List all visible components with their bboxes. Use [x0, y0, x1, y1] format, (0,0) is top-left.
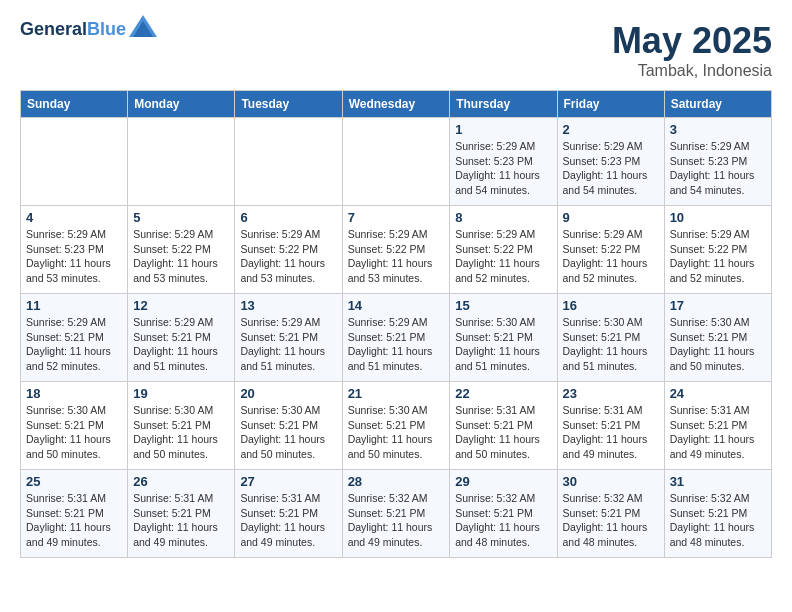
calendar-cell: 29Sunrise: 5:32 AM Sunset: 5:21 PM Dayli…	[450, 470, 557, 558]
day-info: Sunrise: 5:30 AM Sunset: 5:21 PM Dayligh…	[563, 315, 659, 374]
day-number: 8	[455, 210, 551, 225]
day-number: 20	[240, 386, 336, 401]
calendar-cell: 30Sunrise: 5:32 AM Sunset: 5:21 PM Dayli…	[557, 470, 664, 558]
day-number: 24	[670, 386, 766, 401]
day-info: Sunrise: 5:32 AM Sunset: 5:21 PM Dayligh…	[455, 491, 551, 550]
calendar-table: SundayMondayTuesdayWednesdayThursdayFrid…	[20, 90, 772, 558]
day-number: 2	[563, 122, 659, 137]
calendar-cell: 10Sunrise: 5:29 AM Sunset: 5:22 PM Dayli…	[664, 206, 771, 294]
day-number: 13	[240, 298, 336, 313]
day-info: Sunrise: 5:30 AM Sunset: 5:21 PM Dayligh…	[133, 403, 229, 462]
calendar-cell: 7Sunrise: 5:29 AM Sunset: 5:22 PM Daylig…	[342, 206, 450, 294]
calendar-cell: 21Sunrise: 5:30 AM Sunset: 5:21 PM Dayli…	[342, 382, 450, 470]
calendar-cell: 14Sunrise: 5:29 AM Sunset: 5:21 PM Dayli…	[342, 294, 450, 382]
calendar-cell	[235, 118, 342, 206]
calendar-cell: 22Sunrise: 5:31 AM Sunset: 5:21 PM Dayli…	[450, 382, 557, 470]
calendar-cell: 15Sunrise: 5:30 AM Sunset: 5:21 PM Dayli…	[450, 294, 557, 382]
calendar-cell: 20Sunrise: 5:30 AM Sunset: 5:21 PM Dayli…	[235, 382, 342, 470]
calendar-cell: 26Sunrise: 5:31 AM Sunset: 5:21 PM Dayli…	[128, 470, 235, 558]
day-info: Sunrise: 5:29 AM Sunset: 5:23 PM Dayligh…	[670, 139, 766, 198]
header-wednesday: Wednesday	[342, 91, 450, 118]
calendar-cell: 16Sunrise: 5:30 AM Sunset: 5:21 PM Dayli…	[557, 294, 664, 382]
week-row: 1Sunrise: 5:29 AM Sunset: 5:23 PM Daylig…	[21, 118, 772, 206]
day-number: 27	[240, 474, 336, 489]
calendar-cell: 4Sunrise: 5:29 AM Sunset: 5:23 PM Daylig…	[21, 206, 128, 294]
week-row: 25Sunrise: 5:31 AM Sunset: 5:21 PM Dayli…	[21, 470, 772, 558]
month-title: May 2025	[612, 20, 772, 62]
day-number: 26	[133, 474, 229, 489]
calendar-cell: 6Sunrise: 5:29 AM Sunset: 5:22 PM Daylig…	[235, 206, 342, 294]
day-info: Sunrise: 5:29 AM Sunset: 5:22 PM Dayligh…	[455, 227, 551, 286]
calendar-cell: 27Sunrise: 5:31 AM Sunset: 5:21 PM Dayli…	[235, 470, 342, 558]
calendar-cell: 2Sunrise: 5:29 AM Sunset: 5:23 PM Daylig…	[557, 118, 664, 206]
day-info: Sunrise: 5:29 AM Sunset: 5:21 PM Dayligh…	[133, 315, 229, 374]
calendar-cell: 28Sunrise: 5:32 AM Sunset: 5:21 PM Dayli…	[342, 470, 450, 558]
day-info: Sunrise: 5:31 AM Sunset: 5:21 PM Dayligh…	[240, 491, 336, 550]
calendar-cell: 12Sunrise: 5:29 AM Sunset: 5:21 PM Dayli…	[128, 294, 235, 382]
calendar-cell: 25Sunrise: 5:31 AM Sunset: 5:21 PM Dayli…	[21, 470, 128, 558]
day-info: Sunrise: 5:31 AM Sunset: 5:21 PM Dayligh…	[26, 491, 122, 550]
day-info: Sunrise: 5:31 AM Sunset: 5:21 PM Dayligh…	[133, 491, 229, 550]
day-info: Sunrise: 5:29 AM Sunset: 5:22 PM Dayligh…	[133, 227, 229, 286]
day-number: 16	[563, 298, 659, 313]
title-block: May 2025 Tambak, Indonesia	[612, 20, 772, 80]
calendar-cell	[342, 118, 450, 206]
page-header: GeneralBlue May 2025 Tambak, Indonesia	[20, 20, 772, 80]
day-number: 10	[670, 210, 766, 225]
day-number: 19	[133, 386, 229, 401]
day-number: 5	[133, 210, 229, 225]
day-number: 1	[455, 122, 551, 137]
day-number: 9	[563, 210, 659, 225]
header-sunday: Sunday	[21, 91, 128, 118]
day-number: 15	[455, 298, 551, 313]
day-info: Sunrise: 5:31 AM Sunset: 5:21 PM Dayligh…	[455, 403, 551, 462]
calendar-cell: 8Sunrise: 5:29 AM Sunset: 5:22 PM Daylig…	[450, 206, 557, 294]
logo: GeneralBlue	[20, 20, 157, 40]
calendar-cell: 31Sunrise: 5:32 AM Sunset: 5:21 PM Dayli…	[664, 470, 771, 558]
calendar-cell: 18Sunrise: 5:30 AM Sunset: 5:21 PM Dayli…	[21, 382, 128, 470]
day-number: 4	[26, 210, 122, 225]
day-info: Sunrise: 5:30 AM Sunset: 5:21 PM Dayligh…	[26, 403, 122, 462]
day-info: Sunrise: 5:29 AM Sunset: 5:21 PM Dayligh…	[348, 315, 445, 374]
calendar-cell: 17Sunrise: 5:30 AM Sunset: 5:21 PM Dayli…	[664, 294, 771, 382]
header-monday: Monday	[128, 91, 235, 118]
day-number: 28	[348, 474, 445, 489]
week-row: 11Sunrise: 5:29 AM Sunset: 5:21 PM Dayli…	[21, 294, 772, 382]
day-number: 3	[670, 122, 766, 137]
week-row: 18Sunrise: 5:30 AM Sunset: 5:21 PM Dayli…	[21, 382, 772, 470]
day-number: 17	[670, 298, 766, 313]
day-info: Sunrise: 5:30 AM Sunset: 5:21 PM Dayligh…	[348, 403, 445, 462]
day-info: Sunrise: 5:32 AM Sunset: 5:21 PM Dayligh…	[563, 491, 659, 550]
day-info: Sunrise: 5:29 AM Sunset: 5:22 PM Dayligh…	[670, 227, 766, 286]
calendar-cell: 9Sunrise: 5:29 AM Sunset: 5:22 PM Daylig…	[557, 206, 664, 294]
day-number: 7	[348, 210, 445, 225]
calendar-cell: 11Sunrise: 5:29 AM Sunset: 5:21 PM Dayli…	[21, 294, 128, 382]
day-number: 22	[455, 386, 551, 401]
day-info: Sunrise: 5:30 AM Sunset: 5:21 PM Dayligh…	[240, 403, 336, 462]
logo-icon	[129, 15, 157, 37]
day-number: 25	[26, 474, 122, 489]
day-info: Sunrise: 5:29 AM Sunset: 5:23 PM Dayligh…	[455, 139, 551, 198]
day-info: Sunrise: 5:30 AM Sunset: 5:21 PM Dayligh…	[670, 315, 766, 374]
day-info: Sunrise: 5:29 AM Sunset: 5:22 PM Dayligh…	[240, 227, 336, 286]
calendar-cell: 1Sunrise: 5:29 AM Sunset: 5:23 PM Daylig…	[450, 118, 557, 206]
calendar-cell: 23Sunrise: 5:31 AM Sunset: 5:21 PM Dayli…	[557, 382, 664, 470]
day-number: 11	[26, 298, 122, 313]
day-info: Sunrise: 5:32 AM Sunset: 5:21 PM Dayligh…	[348, 491, 445, 550]
day-info: Sunrise: 5:29 AM Sunset: 5:21 PM Dayligh…	[26, 315, 122, 374]
header-row: SundayMondayTuesdayWednesdayThursdayFrid…	[21, 91, 772, 118]
day-info: Sunrise: 5:29 AM Sunset: 5:23 PM Dayligh…	[563, 139, 659, 198]
day-number: 14	[348, 298, 445, 313]
day-info: Sunrise: 5:29 AM Sunset: 5:22 PM Dayligh…	[348, 227, 445, 286]
day-number: 6	[240, 210, 336, 225]
day-info: Sunrise: 5:30 AM Sunset: 5:21 PM Dayligh…	[455, 315, 551, 374]
day-number: 31	[670, 474, 766, 489]
calendar-cell: 13Sunrise: 5:29 AM Sunset: 5:21 PM Dayli…	[235, 294, 342, 382]
day-number: 23	[563, 386, 659, 401]
day-info: Sunrise: 5:31 AM Sunset: 5:21 PM Dayligh…	[670, 403, 766, 462]
day-number: 29	[455, 474, 551, 489]
day-info: Sunrise: 5:29 AM Sunset: 5:22 PM Dayligh…	[563, 227, 659, 286]
header-thursday: Thursday	[450, 91, 557, 118]
logo-text: GeneralBlue	[20, 20, 126, 40]
calendar-cell	[128, 118, 235, 206]
